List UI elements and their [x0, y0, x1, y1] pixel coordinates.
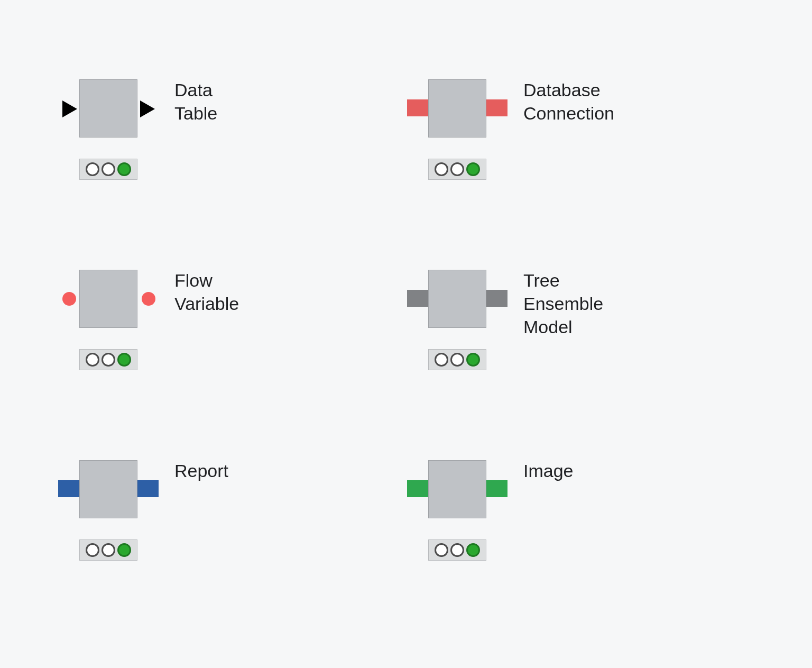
- node-icon: [402, 69, 513, 153]
- node-tree-ensemble-model: TreeEnsembleModel: [402, 259, 751, 423]
- node-label: Image: [523, 459, 574, 482]
- node-label: DatabaseConnection: [523, 78, 614, 125]
- node-body-icon: [79, 79, 137, 138]
- status-lights-icon: [79, 539, 137, 561]
- node-label: TreeEnsembleModel: [523, 269, 603, 338]
- node-icon: [402, 450, 513, 534]
- status-lights-icon: [428, 349, 486, 370]
- output-port-bar-icon: [137, 480, 159, 497]
- status-light-1: [102, 353, 115, 367]
- status-light-1: [102, 162, 115, 176]
- node-body-icon: [428, 79, 486, 138]
- status-light-2: [466, 162, 480, 176]
- node-icon: [53, 259, 164, 344]
- status-light-2: [117, 543, 131, 557]
- input-port-circle-icon: [62, 292, 76, 306]
- status-light-1: [102, 543, 115, 557]
- node-database-connection: DatabaseConnection: [402, 69, 751, 233]
- port-type-legend: DataTableDatabaseConnectionFlowVariableT…: [0, 0, 812, 668]
- status-lights-icon: [428, 539, 486, 561]
- output-port-bar-icon: [486, 99, 508, 116]
- input-port-bar-icon: [407, 99, 428, 116]
- status-light-0: [435, 543, 448, 557]
- status-lights-icon: [79, 349, 137, 370]
- status-light-2: [466, 353, 480, 367]
- node-label: DataTable: [174, 78, 217, 125]
- status-light-1: [450, 543, 464, 557]
- output-port-triangle-icon: [140, 100, 155, 117]
- status-light-2: [466, 543, 480, 557]
- node-flow-variable: FlowVariable: [53, 259, 402, 423]
- output-port-bar-icon: [486, 480, 508, 497]
- node-icon: [402, 259, 513, 344]
- node-image: Image: [402, 450, 751, 614]
- status-lights-icon: [79, 159, 137, 180]
- input-port-bar-icon: [407, 480, 428, 497]
- node-icon: [53, 450, 164, 534]
- node-body-icon: [428, 270, 486, 328]
- input-port-triangle-icon: [62, 100, 77, 117]
- input-port-bar-icon: [407, 290, 428, 307]
- status-lights-icon: [428, 159, 486, 180]
- status-light-0: [435, 162, 448, 176]
- status-light-2: [117, 353, 131, 367]
- node-body-icon: [79, 460, 137, 518]
- node-body-icon: [428, 460, 486, 518]
- output-port-circle-icon: [142, 292, 155, 306]
- node-icon: [53, 69, 164, 153]
- node-label: Report: [174, 459, 228, 482]
- status-light-1: [450, 162, 464, 176]
- status-light-0: [86, 353, 99, 367]
- input-port-bar-icon: [58, 480, 79, 497]
- node-body-icon: [79, 270, 137, 328]
- node-report: Report: [53, 450, 402, 614]
- status-light-0: [86, 162, 99, 176]
- output-port-bar-icon: [486, 290, 508, 307]
- status-light-0: [86, 543, 99, 557]
- status-light-0: [435, 353, 448, 367]
- status-light-2: [117, 162, 131, 176]
- node-data-table: DataTable: [53, 69, 402, 233]
- status-light-1: [450, 353, 464, 367]
- node-label: FlowVariable: [174, 269, 239, 315]
